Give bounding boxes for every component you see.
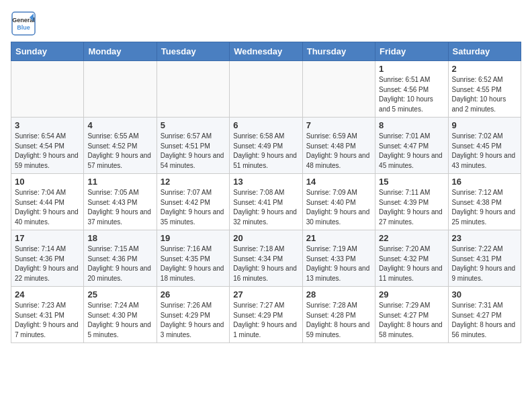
header: General Blue	[11, 11, 521, 36]
day-cell: 17Sunrise: 7:14 AM Sunset: 4:36 PM Dayli…	[11, 230, 84, 287]
logo: General Blue	[11, 11, 36, 36]
day-info: Sunrise: 7:31 AM Sunset: 4:27 PM Dayligh…	[452, 301, 517, 340]
week-row-1: 3Sunrise: 6:54 AM Sunset: 4:54 PM Daylig…	[11, 118, 521, 174]
day-info: Sunrise: 7:08 AM Sunset: 4:41 PM Dayligh…	[233, 188, 298, 227]
day-cell: 18Sunrise: 7:15 AM Sunset: 4:36 PM Dayli…	[84, 230, 157, 287]
day-info: Sunrise: 7:28 AM Sunset: 4:28 PM Dayligh…	[306, 301, 371, 340]
week-row-4: 24Sunrise: 7:23 AM Sunset: 4:31 PM Dayli…	[11, 287, 521, 343]
weekday-monday: Monday	[84, 42, 157, 61]
day-number: 8	[379, 120, 444, 130]
weekday-sunday: Sunday	[11, 42, 84, 61]
day-cell: 19Sunrise: 7:16 AM Sunset: 4:35 PM Dayli…	[157, 230, 229, 287]
day-info: Sunrise: 7:18 AM Sunset: 4:34 PM Dayligh…	[233, 244, 298, 283]
day-info: Sunrise: 7:16 AM Sunset: 4:35 PM Dayligh…	[161, 244, 226, 283]
day-info: Sunrise: 7:07 AM Sunset: 4:42 PM Dayligh…	[161, 188, 226, 227]
day-info: Sunrise: 7:29 AM Sunset: 4:27 PM Dayligh…	[379, 301, 444, 340]
day-info: Sunrise: 7:04 AM Sunset: 4:44 PM Dayligh…	[15, 188, 80, 227]
day-number: 19	[161, 233, 226, 243]
day-cell: 29Sunrise: 7:29 AM Sunset: 4:27 PM Dayli…	[375, 287, 448, 343]
weekday-tuesday: Tuesday	[157, 42, 229, 61]
day-cell: 7Sunrise: 6:59 AM Sunset: 4:48 PM Daylig…	[302, 118, 375, 174]
day-cell: 24Sunrise: 7:23 AM Sunset: 4:31 PM Dayli…	[11, 287, 84, 343]
day-cell: 2Sunrise: 6:52 AM Sunset: 4:55 PM Daylig…	[448, 61, 521, 118]
day-info: Sunrise: 7:19 AM Sunset: 4:33 PM Dayligh…	[306, 244, 371, 283]
day-cell: 12Sunrise: 7:07 AM Sunset: 4:42 PM Dayli…	[157, 174, 229, 230]
day-cell: 9Sunrise: 7:02 AM Sunset: 4:45 PM Daylig…	[448, 118, 521, 174]
day-number: 12	[161, 177, 226, 187]
day-info: Sunrise: 6:54 AM Sunset: 4:54 PM Dayligh…	[15, 132, 80, 171]
day-number: 5	[161, 120, 226, 130]
day-info: Sunrise: 7:24 AM Sunset: 4:30 PM Dayligh…	[87, 301, 152, 340]
day-cell: 13Sunrise: 7:08 AM Sunset: 4:41 PM Dayli…	[230, 174, 302, 230]
day-number: 9	[452, 120, 517, 130]
day-number: 22	[379, 233, 444, 243]
day-cell: 23Sunrise: 7:22 AM Sunset: 4:31 PM Dayli…	[448, 230, 521, 287]
day-cell: 27Sunrise: 7:27 AM Sunset: 4:29 PM Dayli…	[230, 287, 302, 343]
day-cell: 6Sunrise: 6:58 AM Sunset: 4:49 PM Daylig…	[230, 118, 302, 174]
day-info: Sunrise: 7:23 AM Sunset: 4:31 PM Dayligh…	[15, 301, 80, 340]
day-number: 15	[379, 177, 444, 187]
day-number: 24	[15, 289, 80, 300]
day-number: 23	[452, 233, 517, 243]
logo-icon: General Blue	[11, 11, 36, 36]
day-number: 29	[379, 289, 444, 300]
day-number: 21	[306, 233, 371, 243]
day-number: 27	[233, 289, 298, 300]
day-cell: 16Sunrise: 7:12 AM Sunset: 4:38 PM Dayli…	[448, 174, 521, 230]
day-number: 4	[87, 120, 152, 130]
day-number: 26	[161, 289, 226, 300]
day-info: Sunrise: 7:01 AM Sunset: 4:47 PM Dayligh…	[379, 132, 444, 171]
day-cell	[302, 61, 375, 118]
day-number: 16	[452, 177, 517, 187]
day-info: Sunrise: 7:22 AM Sunset: 4:31 PM Dayligh…	[452, 244, 517, 283]
day-info: Sunrise: 7:26 AM Sunset: 4:29 PM Dayligh…	[161, 301, 226, 340]
day-cell: 10Sunrise: 7:04 AM Sunset: 4:44 PM Dayli…	[11, 174, 84, 230]
day-cell: 15Sunrise: 7:11 AM Sunset: 4:39 PM Dayli…	[375, 174, 448, 230]
day-number: 28	[306, 289, 371, 300]
weekday-header: SundayMondayTuesdayWednesdayThursdayFrid…	[11, 42, 521, 61]
day-number: 20	[233, 233, 298, 243]
day-info: Sunrise: 6:59 AM Sunset: 4:48 PM Dayligh…	[306, 132, 371, 171]
day-info: Sunrise: 7:11 AM Sunset: 4:39 PM Dayligh…	[379, 188, 444, 227]
day-info: Sunrise: 6:55 AM Sunset: 4:52 PM Dayligh…	[87, 132, 152, 171]
week-row-2: 10Sunrise: 7:04 AM Sunset: 4:44 PM Dayli…	[11, 174, 521, 230]
day-cell: 5Sunrise: 6:57 AM Sunset: 4:51 PM Daylig…	[157, 118, 229, 174]
day-number: 3	[15, 120, 80, 130]
day-cell: 1Sunrise: 6:51 AM Sunset: 4:56 PM Daylig…	[375, 61, 448, 118]
weekday-saturday: Saturday	[448, 42, 521, 61]
weekday-friday: Friday	[375, 42, 448, 61]
day-cell: 4Sunrise: 6:55 AM Sunset: 4:52 PM Daylig…	[84, 118, 157, 174]
day-info: Sunrise: 6:58 AM Sunset: 4:49 PM Dayligh…	[233, 132, 298, 171]
day-cell: 28Sunrise: 7:28 AM Sunset: 4:28 PM Dayli…	[302, 287, 375, 343]
day-cell	[84, 61, 157, 118]
day-number: 7	[306, 120, 371, 130]
day-info: Sunrise: 7:14 AM Sunset: 4:36 PM Dayligh…	[15, 244, 80, 283]
weekday-wednesday: Wednesday	[230, 42, 302, 61]
day-cell: 8Sunrise: 7:01 AM Sunset: 4:47 PM Daylig…	[375, 118, 448, 174]
calendar: SundayMondayTuesdayWednesdayThursdayFrid…	[11, 42, 521, 343]
day-cell: 14Sunrise: 7:09 AM Sunset: 4:40 PM Dayli…	[302, 174, 375, 230]
day-info: Sunrise: 6:57 AM Sunset: 4:51 PM Dayligh…	[161, 132, 226, 171]
day-number: 6	[233, 120, 298, 130]
day-cell: 30Sunrise: 7:31 AM Sunset: 4:27 PM Dayli…	[448, 287, 521, 343]
day-info: Sunrise: 7:27 AM Sunset: 4:29 PM Dayligh…	[233, 301, 298, 340]
day-info: Sunrise: 7:12 AM Sunset: 4:38 PM Dayligh…	[452, 188, 517, 227]
day-info: Sunrise: 6:51 AM Sunset: 4:56 PM Dayligh…	[379, 75, 444, 114]
day-cell: 20Sunrise: 7:18 AM Sunset: 4:34 PM Dayli…	[230, 230, 302, 287]
day-cell: 21Sunrise: 7:19 AM Sunset: 4:33 PM Dayli…	[302, 230, 375, 287]
day-cell: 25Sunrise: 7:24 AM Sunset: 4:30 PM Dayli…	[84, 287, 157, 343]
day-number: 17	[15, 233, 80, 243]
day-number: 11	[87, 177, 152, 187]
weekday-thursday: Thursday	[302, 42, 375, 61]
day-info: Sunrise: 7:09 AM Sunset: 4:40 PM Dayligh…	[306, 188, 371, 227]
day-cell: 22Sunrise: 7:20 AM Sunset: 4:32 PM Dayli…	[375, 230, 448, 287]
day-cell: 26Sunrise: 7:26 AM Sunset: 4:29 PM Dayli…	[157, 287, 229, 343]
day-number: 1	[379, 64, 444, 74]
day-number: 2	[452, 64, 517, 74]
day-info: Sunrise: 6:52 AM Sunset: 4:55 PM Dayligh…	[452, 75, 517, 114]
day-info: Sunrise: 7:05 AM Sunset: 4:43 PM Dayligh…	[87, 188, 152, 227]
svg-text:Blue: Blue	[17, 24, 30, 31]
day-cell	[157, 61, 229, 118]
day-number: 25	[87, 289, 152, 300]
day-number: 18	[87, 233, 152, 243]
